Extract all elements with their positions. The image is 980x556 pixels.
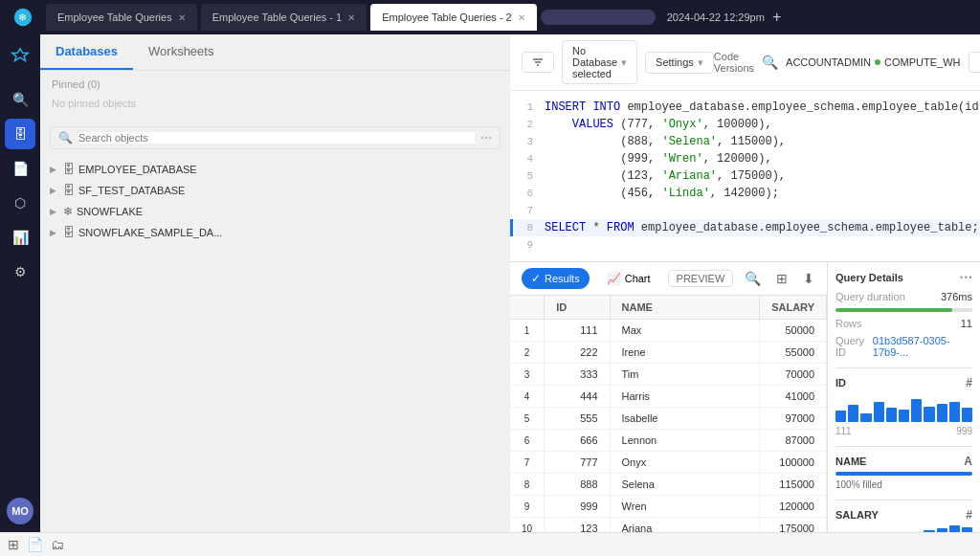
details-more-icon[interactable]: ⋯ — [959, 270, 972, 285]
toolbar-left: No Database selected ▾ Settings ▾ — [522, 40, 714, 84]
pinned-section: Pinned (0) No pinned objects — [40, 71, 510, 121]
activity-nav-icon[interactable]: 📊 — [5, 222, 35, 253]
share-button[interactable]: Share — [969, 52, 980, 73]
search-results-icon[interactable]: 🔍 — [741, 269, 765, 288]
row-num: 6 — [510, 430, 545, 452]
mini-bar — [874, 402, 884, 422]
cell-salary: 100000 — [760, 452, 827, 474]
code-line-9: 9 — [510, 236, 980, 254]
detail-row-queryid: Query ID 01b3d587-0305-17b9-... — [835, 335, 972, 358]
col-header-salary[interactable]: SALARY — [760, 296, 827, 320]
cell-id: 666 — [545, 430, 610, 452]
table-row: 5 555 Isabelle 97000 — [510, 408, 827, 430]
code-line-7: 7 — [510, 202, 980, 219]
details-title-text: Query Details — [835, 272, 903, 283]
mini-bar — [962, 408, 972, 422]
tree-item-sf-test-db[interactable]: ▶ 🗄 SF_TEST_DATABASE — [40, 180, 510, 201]
grid-status-icon[interactable]: ⊞ — [8, 537, 19, 552]
table-row: 10 123 Ariana 175000 — [510, 518, 827, 533]
add-tab-icon[interactable]: + — [772, 9, 781, 26]
mini-bar — [937, 404, 947, 423]
cell-salary: 41000 — [760, 386, 827, 408]
cell-salary: 50000 — [760, 320, 827, 342]
tree-item-label: EMPLOYEE_DATABASE — [78, 164, 197, 175]
tree-item-label: SNOWFLAKE — [77, 206, 143, 217]
more-options-icon[interactable]: ⋯ — [480, 131, 492, 145]
search-nav-icon[interactable]: 🔍 — [5, 84, 35, 115]
queryid-label: Query ID — [835, 335, 873, 358]
code-editor[interactable]: 1 INSERT INTO employee_database.employee… — [510, 91, 980, 262]
sidebar-tab-worksheets[interactable]: Worksheets — [133, 34, 229, 70]
sidebar-tab-list: Databases Worksheets — [40, 34, 510, 71]
salary-mini-bars — [835, 525, 972, 532]
row-num: 1 — [510, 320, 545, 342]
logo-icon — [5, 42, 35, 73]
tab-label: Employee Table Queries — [57, 11, 172, 23]
warehouse-label: COMPUTE_WH — [884, 56, 960, 68]
code-versions-btn[interactable]: Code Versions — [714, 51, 754, 74]
layers-status-icon[interactable]: 🗂 — [51, 537, 64, 552]
row-num: 7 — [510, 452, 545, 474]
tree-expand-icon: ▶ — [50, 228, 59, 237]
editor-toolbar: No Database selected ▾ Settings ▾ Code V… — [510, 34, 980, 91]
row-num: 8 — [510, 474, 545, 496]
preview-btn[interactable]: PREVIEW — [668, 270, 734, 287]
duration-value: 376ms — [941, 291, 972, 302]
tab-close-icon[interactable]: ✕ — [347, 12, 355, 23]
cell-salary: 55000 — [760, 342, 827, 364]
tree-item-snowflake[interactable]: ▶ ❄ SNOWFLAKE — [40, 201, 510, 222]
sidebar-tab-databases[interactable]: Databases — [40, 34, 133, 70]
cell-salary: 97000 — [760, 408, 827, 430]
snowflake-icon: ❄ — [63, 205, 73, 218]
download-icon[interactable]: ⬇ — [799, 269, 818, 288]
cell-name: Selena — [610, 474, 760, 496]
timestamp-label: 2024-04-22 12:29pm — [667, 11, 765, 23]
db-selector[interactable]: No Database selected ▾ — [562, 40, 637, 84]
salary-stat-icon: # — [966, 508, 972, 522]
database-nav-icon[interactable]: 🗄 — [5, 119, 35, 149]
filter-btn[interactable] — [522, 52, 554, 73]
tab-employee-queries-1[interactable]: Employee Table Queries - 1 ✕ — [201, 4, 368, 31]
detail-row-duration: Query duration 376ms — [835, 291, 972, 302]
name-stat-section: NAME A 100% filled — [835, 446, 972, 490]
cell-name: Irene — [610, 342, 760, 364]
search-code-icon[interactable]: 🔍 — [762, 55, 778, 70]
details-panel: Query Details ⋯ Query duration 376ms Row… — [827, 262, 980, 532]
tab-search-input[interactable] — [541, 10, 656, 25]
search-input[interactable] — [78, 132, 475, 144]
tab-close-icon[interactable]: ✕ — [518, 12, 525, 23]
settings-btn[interactable]: Settings ▾ — [645, 52, 714, 74]
results-tab-results[interactable]: ✓ Results — [522, 268, 590, 289]
duration-progress-bar — [835, 308, 952, 312]
cell-id: 888 — [545, 474, 610, 496]
tab-bar: ❄ Employee Table Queries ✕ Employee Tabl… — [0, 0, 980, 34]
name-stat-label: NAME — [835, 456, 866, 467]
table-row: 3 333 Tim 70000 — [510, 364, 827, 386]
queryid-value[interactable]: 01b3d587-0305-17b9-... — [873, 335, 972, 358]
cell-id: 123 — [545, 518, 610, 533]
account-info: ACCOUNTADMIN COMPUTE_WH — [786, 56, 960, 68]
table-row: 4 444 Harris 41000 — [510, 386, 827, 408]
snowflake-logo: ❄ — [8, 2, 38, 33]
results-tab-chart[interactable]: 📈 Chart — [597, 268, 660, 289]
tree-item-snowflake-sample[interactable]: ▶ 🗄 SNOWFLAKE_SAMPLE_DA... — [40, 222, 510, 243]
duration-label: Query duration — [835, 291, 905, 302]
rows-label: Rows — [835, 318, 862, 329]
tab-employee-queries[interactable]: Employee Table Queries ✕ — [46, 4, 197, 31]
tree-expand-icon: ▶ — [50, 207, 59, 216]
tab-employee-queries-2[interactable]: Employee Table Queries - 2 ✕ — [370, 4, 537, 31]
name-filled-bar — [835, 472, 972, 476]
col-header-id[interactable]: ID — [545, 296, 610, 320]
code-line-4: 4 (999, 'Wren', 120000), — [510, 150, 980, 167]
tab-close-icon[interactable]: ✕ — [178, 12, 186, 23]
document-status-icon[interactable]: 📄 — [27, 537, 43, 552]
settings-nav-icon[interactable]: ⚙ — [5, 256, 35, 287]
col-header-name[interactable]: NAME — [610, 296, 760, 320]
chart-tab-label: Chart — [625, 273, 651, 284]
worksheet-nav-icon[interactable]: 📄 — [5, 153, 35, 184]
apps-nav-icon[interactable]: ⬡ — [5, 188, 35, 218]
columns-icon[interactable]: ⊞ — [772, 269, 791, 288]
settings-label: Settings — [656, 56, 694, 68]
icon-sidebar: 🔍 🗄 📄 ⬡ 📊 ⚙ MO — [0, 34, 40, 532]
tree-item-employee-db[interactable]: ▶ 🗄 EMPLOYEE_DATABASE — [40, 159, 510, 180]
